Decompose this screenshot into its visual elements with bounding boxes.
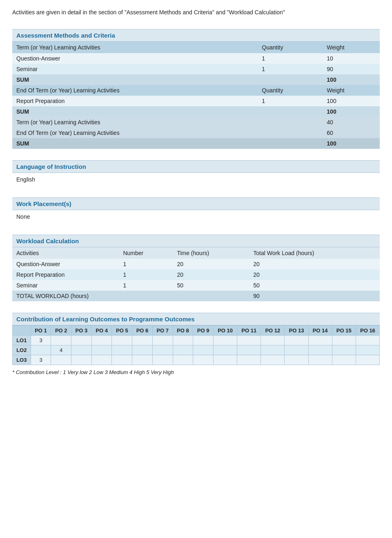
contribution-data-row: LO13 [13, 336, 380, 345]
contribution-cell-9 [193, 355, 214, 365]
endterm-weight-header: Weight [323, 85, 380, 96]
workload-activities-header: Activities [12, 247, 119, 259]
po-header-11: PO 11 [237, 326, 261, 336]
contribution-cell-16 [356, 355, 379, 365]
contribution-cell-15 [332, 336, 356, 345]
total-cell: 20 [249, 259, 380, 269]
table-row: Seminar190 [12, 64, 380, 74]
contribution-cell-1 [31, 345, 51, 355]
total-value: 90 [249, 291, 380, 301]
contribution-cell-5 [112, 336, 132, 345]
contribution-cell-11 [237, 345, 261, 355]
contribution-cell-4 [91, 345, 112, 355]
workload-total-row: TOTAL WORKLOAD (hours)90 [12, 291, 380, 301]
table-row: Seminar15050 [12, 280, 380, 291]
endterm-activities-header: End Of Term (or Year) Learning Activitie… [12, 85, 258, 96]
contribution-cell-10 [213, 345, 237, 355]
language-section-title: Language of Instruction [12, 160, 380, 173]
contribution-cell-14 [308, 355, 332, 365]
contribution-cell-7 [152, 336, 173, 345]
contribution-cell-7 [152, 345, 173, 355]
contribution-cell-9 [193, 345, 214, 355]
time-cell: 20 [173, 269, 249, 280]
summary-label: End Of Term (or Year) Learning Activitie… [12, 128, 258, 138]
total-cell: 50 [249, 280, 380, 291]
po-header-3: PO 3 [71, 326, 92, 336]
assessment-section: Assessment Methods and Criteria Term (or… [12, 29, 380, 149]
table-row: Report Preparation12020 [12, 269, 380, 280]
sum-row: SUM100 [12, 106, 380, 117]
contribution-cell-3 [71, 355, 92, 365]
endterm-quantity-header: Quantity [258, 85, 323, 96]
contribution-cell-13 [285, 336, 308, 345]
contribution-cell-7 [152, 355, 173, 365]
assessment-section-title: Assessment Methods and Criteria [12, 29, 380, 42]
number-cell: 1 [119, 259, 173, 269]
sum-label: SUM [12, 106, 258, 117]
assessment-table: Term (or Year) Learning Activities Quant… [12, 42, 380, 149]
po-header-15: PO 15 [332, 326, 356, 336]
lo-label: LO2 [13, 345, 31, 355]
contribution-cell-13 [285, 355, 308, 365]
activity-cell: Report Preparation [12, 269, 119, 280]
summary-value: 60 [323, 128, 380, 138]
work-placement-section-title: Work Placement(s) [12, 197, 380, 210]
contribution-cell-8 [173, 355, 193, 365]
contribution-cell-16 [356, 336, 379, 345]
language-value: English [12, 173, 380, 186]
final-sum-label: SUM [12, 138, 258, 149]
summary-label: Term (or Year) Learning Activities [12, 117, 258, 128]
contribution-row-label-header [13, 326, 31, 336]
table-row: Question-Answer12020 [12, 259, 380, 269]
workload-time-header: Time (hours) [173, 247, 249, 259]
contribution-cell-2: 4 [51, 345, 71, 355]
contribution-cell-15 [332, 345, 356, 355]
number-cell: 1 [119, 269, 173, 280]
summary-row: End Of Term (or Year) Learning Activitie… [12, 128, 380, 138]
po-header-10: PO 10 [213, 326, 237, 336]
weight-cell: 100 [323, 96, 380, 106]
activity-cell: Seminar [12, 280, 119, 291]
total-label: TOTAL WORKLOAD (hours) [12, 291, 249, 301]
contribution-cell-1: 3 [31, 355, 51, 365]
contribution-cell-3 [71, 345, 92, 355]
contribution-cell-15 [332, 355, 356, 365]
contribution-cell-3 [71, 336, 92, 345]
summary-row: Term (or Year) Learning Activities40 [12, 117, 380, 128]
contribution-cell-8 [173, 336, 193, 345]
workload-section-title: Workload Calculation [12, 235, 380, 247]
contribution-cell-10 [213, 336, 237, 345]
contribution-cell-8 [173, 345, 193, 355]
sum-row: SUM100 [12, 74, 380, 85]
total-cell: 20 [249, 269, 380, 280]
contribution-cell-5 [112, 355, 132, 365]
term-quantity-header: Quantity [258, 42, 323, 53]
contribution-cell-6 [132, 355, 153, 365]
lo-label: LO1 [13, 336, 31, 345]
activity-cell: Question-Answer [12, 53, 258, 64]
contribution-cell-4 [91, 355, 112, 365]
language-section: Language of Instruction English [12, 160, 380, 186]
contribution-cell-12 [261, 345, 285, 355]
contribution-cell-14 [308, 336, 332, 345]
contribution-cell-13 [285, 345, 308, 355]
lo-label: LO3 [13, 355, 31, 365]
summary-value: 40 [323, 117, 380, 128]
contribution-cell-11 [237, 336, 261, 345]
contribution-cell-1: 3 [31, 336, 51, 345]
contribution-section-title: Contribution of Learning Outcomes to Pro… [12, 313, 380, 325]
activity-cell: Report Preparation [12, 96, 258, 106]
contribution-footnote: * Contribution Level : 1 Very low 2 Low … [12, 368, 380, 377]
contribution-cell-4 [91, 336, 112, 345]
activity-cell: Seminar [12, 64, 258, 74]
contribution-header-row: PO 1PO 2PO 3PO 4PO 5PO 6PO 7PO 8PO 9PO 1… [13, 326, 380, 336]
intro-text: Activities are given in detail in the se… [12, 8, 380, 17]
sum-label: SUM [12, 74, 258, 85]
po-header-9: PO 9 [193, 326, 214, 336]
quantity-cell: 1 [258, 96, 323, 106]
contribution-section: Contribution of Learning Outcomes to Pro… [12, 313, 380, 377]
term-weight-header: Weight [323, 42, 380, 53]
sum-value: 100 [323, 106, 380, 117]
contribution-table: PO 1PO 2PO 3PO 4PO 5PO 6PO 7PO 8PO 9PO 1… [12, 325, 380, 365]
contribution-cell-9 [193, 336, 214, 345]
